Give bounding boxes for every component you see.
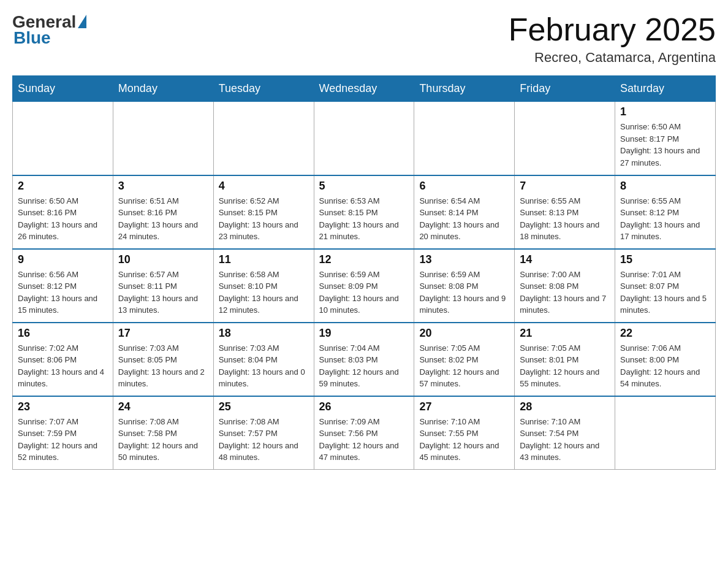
day-number: 5: [319, 180, 409, 193]
day-number: 16: [18, 327, 108, 340]
day-number: 4: [219, 180, 309, 193]
calendar-cell: 22Sunrise: 7:06 AMSunset: 8:00 PMDayligh…: [615, 323, 716, 396]
day-number: 12: [319, 253, 409, 266]
day-number: 28: [520, 400, 610, 413]
calendar-cell: [615, 396, 716, 470]
day-number: 27: [419, 400, 509, 413]
calendar-cell: 20Sunrise: 7:05 AMSunset: 8:02 PMDayligh…: [414, 323, 515, 396]
day-info: Sunrise: 7:06 AMSunset: 8:00 PMDaylight:…: [620, 342, 710, 390]
location-title: Recreo, Catamarca, Argentina: [509, 50, 716, 66]
header-monday: Monday: [113, 76, 213, 102]
day-info: Sunrise: 7:05 AMSunset: 8:01 PMDaylight:…: [520, 342, 610, 390]
day-info: Sunrise: 7:03 AMSunset: 8:04 PMDaylight:…: [219, 342, 309, 390]
calendar-cell: 2Sunrise: 6:50 AMSunset: 8:16 PMDaylight…: [13, 175, 113, 249]
day-number: 26: [319, 400, 409, 413]
calendar-cell: 10Sunrise: 6:57 AMSunset: 8:11 PMDayligh…: [113, 249, 213, 323]
calendar-cell: 7Sunrise: 6:55 AMSunset: 8:13 PMDaylight…: [515, 175, 615, 249]
day-info: Sunrise: 7:00 AMSunset: 8:08 PMDaylight:…: [520, 269, 610, 316]
calendar-cell: 18Sunrise: 7:03 AMSunset: 8:04 PMDayligh…: [213, 323, 314, 396]
day-info: Sunrise: 7:01 AMSunset: 8:07 PMDaylight:…: [620, 269, 710, 316]
calendar-cell: 24Sunrise: 7:08 AMSunset: 7:58 PMDayligh…: [113, 396, 213, 470]
day-number: 1: [620, 105, 710, 118]
day-number: 14: [520, 253, 610, 266]
header-wednesday: Wednesday: [314, 76, 414, 102]
calendar-week-5: 23Sunrise: 7:07 AMSunset: 7:59 PMDayligh…: [13, 396, 716, 470]
logo: General Blue: [12, 12, 86, 48]
calendar-week-3: 9Sunrise: 6:56 AMSunset: 8:12 PMDaylight…: [13, 249, 716, 323]
calendar-cell: 11Sunrise: 6:58 AMSunset: 8:10 PMDayligh…: [213, 249, 314, 323]
calendar-cell: 12Sunrise: 6:59 AMSunset: 8:09 PMDayligh…: [314, 249, 414, 323]
header-thursday: Thursday: [414, 76, 515, 102]
day-info: Sunrise: 6:59 AMSunset: 8:09 PMDaylight:…: [319, 269, 409, 316]
calendar-cell: 1Sunrise: 6:50 AMSunset: 8:17 PMDaylight…: [615, 102, 716, 175]
header-tuesday: Tuesday: [213, 76, 314, 102]
day-info: Sunrise: 7:05 AMSunset: 8:02 PMDaylight:…: [419, 342, 509, 390]
day-info: Sunrise: 6:50 AMSunset: 8:16 PMDaylight:…: [18, 195, 108, 243]
day-number: 11: [219, 253, 309, 266]
day-info: Sunrise: 6:56 AMSunset: 8:12 PMDaylight:…: [18, 269, 108, 316]
calendar-cell: [414, 102, 515, 175]
day-info: Sunrise: 7:10 AMSunset: 7:54 PMDaylight:…: [520, 416, 610, 464]
day-number: 7: [520, 180, 610, 193]
calendar-week-4: 16Sunrise: 7:02 AMSunset: 8:06 PMDayligh…: [13, 323, 716, 396]
calendar-cell: 4Sunrise: 6:52 AMSunset: 8:15 PMDaylight…: [213, 175, 314, 249]
day-info: Sunrise: 7:04 AMSunset: 8:03 PMDaylight:…: [319, 342, 409, 390]
day-number: 25: [219, 400, 309, 413]
title-section: February 2025 Recreo, Catamarca, Argenti…: [509, 12, 716, 66]
calendar-cell: [515, 102, 615, 175]
day-info: Sunrise: 6:55 AMSunset: 8:12 PMDaylight:…: [620, 195, 710, 243]
page-header: General Blue February 2025 Recreo, Catam…: [12, 12, 716, 66]
day-info: Sunrise: 6:52 AMSunset: 8:15 PMDaylight:…: [219, 195, 309, 243]
day-number: 15: [620, 253, 710, 266]
month-title: February 2025: [509, 12, 716, 47]
day-info: Sunrise: 6:50 AMSunset: 8:17 PMDaylight:…: [620, 121, 710, 169]
day-number: 10: [118, 253, 208, 266]
day-info: Sunrise: 7:09 AMSunset: 7:56 PMDaylight:…: [319, 416, 409, 464]
day-info: Sunrise: 7:10 AMSunset: 7:55 PMDaylight:…: [419, 416, 509, 464]
header-sunday: Sunday: [13, 76, 113, 102]
calendar-table: Sunday Monday Tuesday Wednesday Thursday…: [12, 75, 716, 470]
calendar-cell: [213, 102, 314, 175]
calendar-cell: 21Sunrise: 7:05 AMSunset: 8:01 PMDayligh…: [515, 323, 615, 396]
day-number: 24: [118, 400, 208, 413]
day-number: 17: [118, 327, 208, 340]
day-number: 18: [219, 327, 309, 340]
day-info: Sunrise: 6:57 AMSunset: 8:11 PMDaylight:…: [118, 269, 208, 316]
day-info: Sunrise: 7:08 AMSunset: 7:58 PMDaylight:…: [118, 416, 208, 464]
day-info: Sunrise: 7:02 AMSunset: 8:06 PMDaylight:…: [18, 342, 108, 390]
calendar-cell: 8Sunrise: 6:55 AMSunset: 8:12 PMDaylight…: [615, 175, 716, 249]
calendar-cell: 17Sunrise: 7:03 AMSunset: 8:05 PMDayligh…: [113, 323, 213, 396]
day-number: 13: [419, 253, 509, 266]
logo-triangle-icon: [78, 15, 86, 28]
day-info: Sunrise: 6:51 AMSunset: 8:16 PMDaylight:…: [118, 195, 208, 243]
day-number: 19: [319, 327, 409, 340]
day-number: 21: [520, 327, 610, 340]
calendar-cell: 23Sunrise: 7:07 AMSunset: 7:59 PMDayligh…: [13, 396, 113, 470]
day-number: 20: [419, 327, 509, 340]
day-number: 22: [620, 327, 710, 340]
calendar-cell: [314, 102, 414, 175]
day-info: Sunrise: 6:58 AMSunset: 8:10 PMDaylight:…: [219, 269, 309, 316]
calendar-header-row: Sunday Monday Tuesday Wednesday Thursday…: [13, 76, 716, 102]
day-info: Sunrise: 6:54 AMSunset: 8:14 PMDaylight:…: [419, 195, 509, 243]
calendar-cell: 27Sunrise: 7:10 AMSunset: 7:55 PMDayligh…: [414, 396, 515, 470]
calendar-cell: 25Sunrise: 7:08 AMSunset: 7:57 PMDayligh…: [213, 396, 314, 470]
day-info: Sunrise: 6:55 AMSunset: 8:13 PMDaylight:…: [520, 195, 610, 243]
day-info: Sunrise: 7:07 AMSunset: 7:59 PMDaylight:…: [18, 416, 108, 464]
header-friday: Friday: [515, 76, 615, 102]
calendar-cell: 16Sunrise: 7:02 AMSunset: 8:06 PMDayligh…: [13, 323, 113, 396]
calendar-cell: 13Sunrise: 6:59 AMSunset: 8:08 PMDayligh…: [414, 249, 515, 323]
day-number: 6: [419, 180, 509, 193]
calendar-cell: [113, 102, 213, 175]
header-saturday: Saturday: [615, 76, 716, 102]
calendar-week-1: 1Sunrise: 6:50 AMSunset: 8:17 PMDaylight…: [13, 102, 716, 175]
day-info: Sunrise: 6:59 AMSunset: 8:08 PMDaylight:…: [419, 269, 509, 316]
calendar-cell: 9Sunrise: 6:56 AMSunset: 8:12 PMDaylight…: [13, 249, 113, 323]
calendar-cell: 6Sunrise: 6:54 AMSunset: 8:14 PMDaylight…: [414, 175, 515, 249]
calendar-cell: 5Sunrise: 6:53 AMSunset: 8:15 PMDaylight…: [314, 175, 414, 249]
calendar-cell: 15Sunrise: 7:01 AMSunset: 8:07 PMDayligh…: [615, 249, 716, 323]
calendar-cell: 3Sunrise: 6:51 AMSunset: 8:16 PMDaylight…: [113, 175, 213, 249]
day-info: Sunrise: 7:03 AMSunset: 8:05 PMDaylight:…: [118, 342, 208, 390]
day-number: 8: [620, 180, 710, 193]
day-number: 9: [18, 253, 108, 266]
